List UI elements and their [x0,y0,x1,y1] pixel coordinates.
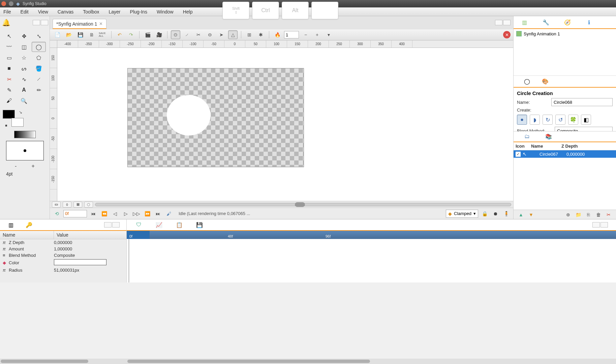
frame-input[interactable] [63,210,87,217]
layer-group-button[interactable]: 📁 [575,211,582,218]
tool-star[interactable]: ☆ [17,53,31,63]
hscroll-thumb[interactable] [127,360,370,363]
tool-scale[interactable]: ⤡ [32,31,46,41]
menu-window[interactable]: Window [155,8,175,15]
scroll-btn-3[interactable]: ◌ [84,202,93,208]
layer-dup-button[interactable]: ⎘ [585,211,592,218]
brush-larger-button[interactable]: + [32,163,35,169]
project-name[interactable]: Synfig Animation 1 [524,31,560,36]
library-tab-icon[interactable]: 📚 [545,132,553,141]
tab-palette-icon[interactable]: 🎨 [541,78,549,86]
undo-button[interactable]: ↶ [115,30,124,39]
tab-shape-icon[interactable]: ◯ [523,78,531,86]
dock-handle[interactable] [600,222,608,228]
create-region-icon[interactable]: ● [517,115,527,125]
snap-mode-1[interactable]: ⊙ [171,30,180,39]
close-canvas-button[interactable]: ✕ [503,31,511,38]
canvas[interactable] [57,48,513,201]
color-swatch[interactable]: ↘ ◾ [3,110,24,127]
keyframe-button[interactable]: 🖌 [164,210,173,218]
playhead[interactable] [129,239,129,282]
create-advanced-icon[interactable]: ↻ [543,115,553,125]
canvas-area[interactable]: -400-350-300-250-200-150-100-50050100150… [50,40,513,201]
tab-tools-icon[interactable]: 🔧 [542,18,550,26]
tool-cut[interactable]: ✂ [2,74,16,84]
circle-shape[interactable] [167,95,211,135]
redo-button[interactable]: ↷ [126,30,136,39]
color-chip[interactable] [54,259,106,265]
tool-polygon[interactable]: ⬠ [32,53,46,63]
tl-tab-4[interactable]: 💾 [195,221,204,229]
tool-circle[interactable]: ◯ [32,42,46,52]
first-frame-button[interactable]: ⏮ [89,210,98,218]
tl-tab-3[interactable]: 📋 [175,221,183,229]
layer-down-button[interactable]: ▼ [528,211,534,218]
swap-colors-icon[interactable]: ↘ [19,110,22,115]
record-button[interactable]: ⏺ [491,210,500,218]
menu-view[interactable]: View [37,8,50,15]
create-outline-icon[interactable]: ◗ [530,115,540,125]
save-as-button[interactable]: 🗎 [87,30,96,39]
timeline-ruler[interactable]: 0f 48f 96f [127,231,616,239]
tool-draw[interactable]: ✎ [2,85,16,95]
param-row[interactable]: πAmount1,000000 [0,246,126,252]
fit-button[interactable]: ▭ [52,202,61,208]
tool-mirror[interactable]: ◫ [17,42,31,52]
prev-frame-button[interactable]: ◁ [111,210,119,218]
dock-handle[interactable] [592,222,600,228]
create-plant-icon[interactable]: ↺ [555,115,565,125]
tool-gradient[interactable]: ■ [2,63,16,73]
render-button[interactable]: 🎬 [143,30,152,39]
snap-mode-2[interactable]: ⟋ [182,30,192,39]
gradient-swatch[interactable] [14,131,36,138]
tab-nav-icon[interactable]: 🧭 [563,18,572,26]
tool-rectangle[interactable]: ▭ [2,53,16,63]
document-tab[interactable]: *Synfig Animation 1 ✕ [53,19,106,29]
scroll-btn-2[interactable]: ⊞ [73,202,82,208]
menu-file[interactable]: File [2,8,12,15]
prev-key-button[interactable]: ⏪ [100,210,109,218]
tool-sketch[interactable]: ✏ [32,85,46,95]
next-key-button[interactable]: ⏩ [143,210,152,218]
param-row[interactable]: ≡Blend MethodComposite [0,252,126,259]
menu-canvas[interactable]: Canvas [56,8,75,15]
layer-visible-checkbox[interactable]: ✓ [516,152,521,157]
shape-name-input[interactable] [551,98,613,106]
window-min-icon[interactable] [9,1,13,6]
zoom-dropdown[interactable]: ▾ [324,30,333,39]
layer-del-button[interactable]: 🗑 [595,211,602,218]
tool-lasso[interactable]: ᔕ [17,63,31,73]
dock-handle[interactable] [112,222,120,228]
tool-arrow[interactable]: ↖ [2,31,16,41]
menu-plugins[interactable]: Plug-Ins [129,8,149,15]
tool-transform[interactable]: ✥ [17,31,31,41]
menu-edit[interactable]: Edit [19,8,30,15]
create-curve-icon[interactable]: 🍀 [568,115,578,125]
snap-button[interactable]: ✱ [256,30,266,39]
zoom-in-button[interactable]: + [312,30,322,39]
save-button[interactable]: 💾 [75,30,85,39]
new-button[interactable]: 📄 [53,30,62,39]
tab-close-icon[interactable]: ✕ [99,21,103,26]
tool-width[interactable]: ⟋ [32,74,46,84]
open-button[interactable]: 📂 [64,30,73,39]
layers-tab-icon[interactable]: 🗂 [523,132,531,141]
layer-up-button[interactable]: ▲ [518,211,524,218]
snap-mode-6[interactable]: △ [228,30,238,39]
zoom-input[interactable] [284,31,299,38]
scroll-btn-1[interactable]: ◊ [63,202,71,208]
menu-layer[interactable]: Layer [107,8,122,15]
foreground-color[interactable] [3,110,15,119]
menu-toolbox[interactable]: Toolbox [82,8,100,15]
hscrollbar[interactable] [95,203,511,206]
interp-mode-select[interactable]: ◆Clamped▾ [446,210,478,218]
snap-mode-5[interactable]: ➤ [217,30,226,39]
hscroll-thumb[interactable] [1,360,88,363]
params-tab-icon[interactable]: ▥ [7,221,15,229]
window-close-icon[interactable] [1,1,6,6]
background-color[interactable] [11,118,24,127]
layer-cut-button[interactable]: ✂ [605,211,612,218]
layer-name[interactable]: Circle067 [540,152,566,157]
snap-mode-4[interactable]: ⊖ [205,30,215,39]
dock-handle[interactable] [495,20,502,25]
